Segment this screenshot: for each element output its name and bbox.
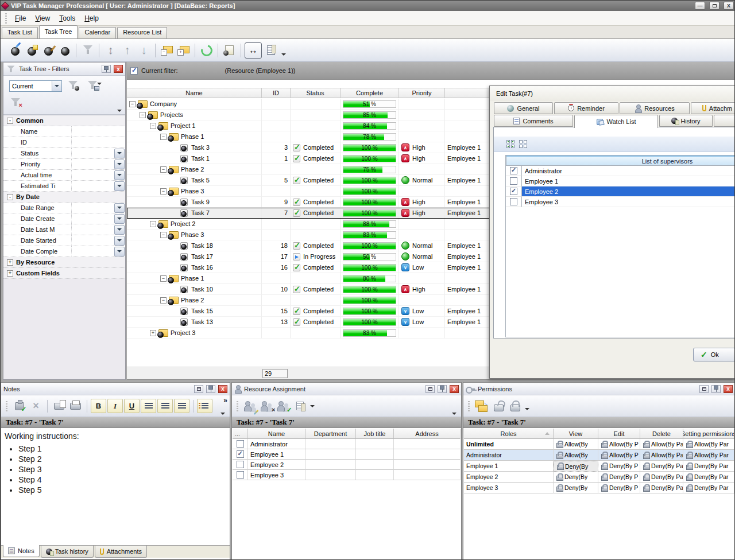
col-department[interactable]: Department xyxy=(305,429,356,438)
unassign-resource-button[interactable]: × xyxy=(259,398,274,414)
pin-button[interactable] xyxy=(206,385,215,393)
col-jobtitle[interactable]: Job title xyxy=(356,429,394,438)
bottom-tab[interactable]: Task history xyxy=(41,546,94,558)
supervisor-row[interactable]: ✓ Administrator xyxy=(506,166,735,176)
filter-row[interactable]: Date Range xyxy=(3,203,125,213)
group-expand-icon[interactable]: + xyxy=(7,259,13,266)
supervisor-checkbox[interactable]: ✓ xyxy=(510,177,517,185)
filter-row[interactable]: Actual time xyxy=(3,170,125,181)
filter-dropdown-button[interactable] xyxy=(114,247,125,256)
permission-row[interactable]: Employee 2 Deny(By Deny(By P Deny(By Pa … xyxy=(464,472,734,483)
toolbar-button[interactable] xyxy=(241,44,241,57)
col-check[interactable]: ... xyxy=(233,429,248,438)
toolbar-button[interactable] xyxy=(99,44,99,57)
toolbar-button[interactable] xyxy=(7,42,22,58)
filter-dropdown-button[interactable] xyxy=(114,160,125,169)
restore-panel-button[interactable] xyxy=(194,385,203,393)
toolbar-button[interactable] xyxy=(155,44,156,57)
filter-row[interactable]: - Common xyxy=(3,115,125,126)
filter-row[interactable]: + By Resource xyxy=(3,257,125,268)
toolbar-button[interactable] xyxy=(76,44,76,57)
toolbar-button[interactable] xyxy=(222,42,237,58)
col-address[interactable]: Address xyxy=(394,429,461,438)
notes-body[interactable]: Working instructions: Step 1Step 2Step 3… xyxy=(1,428,230,543)
close-button[interactable]: X xyxy=(724,2,734,10)
notes-tool-button[interactable]: B xyxy=(91,399,106,413)
supervisor-row[interactable]: ✓ Employee 1 xyxy=(506,176,735,186)
resource-row[interactable]: ✓ Employee 2 xyxy=(233,460,461,470)
view-tab[interactable]: Task Tree xyxy=(39,25,78,38)
col-delete[interactable]: Delete xyxy=(640,429,683,438)
col-name[interactable]: Name xyxy=(248,429,305,438)
close-panel-button[interactable]: x xyxy=(218,385,227,393)
filter-dropdown-button[interactable] xyxy=(114,170,125,180)
notes-tool-button[interactable] xyxy=(47,400,48,413)
permission-row[interactable]: Unlimited Allow(By Allow(By P Allow(By P… xyxy=(464,439,734,450)
clear-filter-icon[interactable]: × xyxy=(10,98,21,107)
pin-button[interactable] xyxy=(711,385,721,393)
menu-item[interactable]: View xyxy=(30,13,55,24)
filter-row[interactable]: ID xyxy=(3,137,125,148)
notes-tool-button[interactable] xyxy=(141,399,156,413)
unlock-button[interactable] xyxy=(490,398,506,414)
permission-row[interactable]: Employee 1 Deny(By Deny(By P Deny(By Pa … xyxy=(464,461,734,472)
notes-tool-button[interactable] xyxy=(174,399,189,413)
apply-filter-icon[interactable] xyxy=(68,80,78,90)
filter-dropdown-button[interactable] xyxy=(114,181,125,191)
filter-dropdown-button[interactable] xyxy=(114,236,125,246)
filter-row[interactable]: Status xyxy=(3,148,125,159)
resource-row[interactable]: ✓ Employee 1 xyxy=(233,449,461,460)
dropdown-arrow-icon[interactable] xyxy=(525,408,529,410)
filter-dropdown-button[interactable] xyxy=(114,203,125,213)
filter-dropdown-button[interactable] xyxy=(114,214,125,224)
filter-row[interactable]: - By Date xyxy=(3,192,125,203)
pin-button[interactable] xyxy=(438,385,447,393)
supervisor-checkbox[interactable]: ✓ xyxy=(510,188,517,195)
dialog-tab[interactable]: History xyxy=(659,115,713,127)
resource-checkbox[interactable]: ✓ xyxy=(237,471,244,479)
resource-checkbox[interactable]: ✓ xyxy=(237,440,244,448)
toolbar-overflow-icon[interactable] xyxy=(220,413,225,415)
toolbar-button[interactable] xyxy=(103,42,118,58)
check-all-icon[interactable] xyxy=(506,140,514,148)
notes-tool-button[interactable] xyxy=(51,399,67,413)
filter-row[interactable]: Date Comple xyxy=(3,246,125,257)
filter-row[interactable]: Date Started xyxy=(3,235,125,246)
bottom-tab[interactable]: Attachments xyxy=(95,546,147,558)
toolbar-button[interactable] xyxy=(80,42,95,58)
group-expand-icon[interactable]: + xyxy=(7,270,13,277)
notes-tool-button[interactable] xyxy=(11,399,27,413)
notes-tool-button[interactable] xyxy=(87,400,87,413)
permission-row[interactable]: Employee 3 Deny(By Deny(By P Deny(By Pa … xyxy=(464,483,734,493)
col-id[interactable]: ID xyxy=(262,88,291,98)
minimize-button[interactable]: — xyxy=(695,2,705,10)
col-name[interactable]: Name xyxy=(127,88,262,98)
toolbar-overflow-icon[interactable] xyxy=(452,413,457,415)
preset-dropdown-button[interactable] xyxy=(52,81,61,91)
filter-row[interactable]: Date Create xyxy=(3,213,125,224)
close-panel-button[interactable]: x xyxy=(724,385,733,393)
menu-item[interactable]: Tools xyxy=(55,13,80,24)
resource-report-button[interactable] xyxy=(292,398,308,414)
notes-tool-button[interactable] xyxy=(28,399,44,413)
col-edit[interactable]: Edit xyxy=(598,429,640,438)
toolbar-button[interactable] xyxy=(281,53,286,56)
dialog-tab[interactable]: Attachm xyxy=(691,102,735,114)
lock-button[interactable] xyxy=(507,398,523,414)
filter-dropdown-button[interactable] xyxy=(114,149,125,158)
filter-row[interactable]: Priority xyxy=(3,159,125,170)
filter-enabled-checkbox[interactable]: ✓ xyxy=(130,67,138,75)
save-filter-icon[interactable] xyxy=(87,80,98,90)
copy-permissions-button[interactable]: → xyxy=(474,398,489,414)
dialog-tab[interactable]: General xyxy=(494,102,553,114)
view-tab[interactable]: Task List xyxy=(2,27,38,38)
filter-row[interactable]: Date Last M xyxy=(3,224,125,235)
menu-item[interactable]: Help xyxy=(80,13,103,24)
supervisors-header[interactable]: List of supervisors xyxy=(506,155,735,165)
col-complete[interactable]: Complete xyxy=(341,88,399,98)
bottom-tab[interactable]: Notes xyxy=(3,545,40,557)
uncheck-all-icon[interactable] xyxy=(519,140,527,148)
ok-button[interactable]: ✓ Ok xyxy=(693,348,735,361)
close-panel-button[interactable]: x xyxy=(450,385,459,393)
accept-assignment-button[interactable]: ✓ xyxy=(276,398,291,414)
